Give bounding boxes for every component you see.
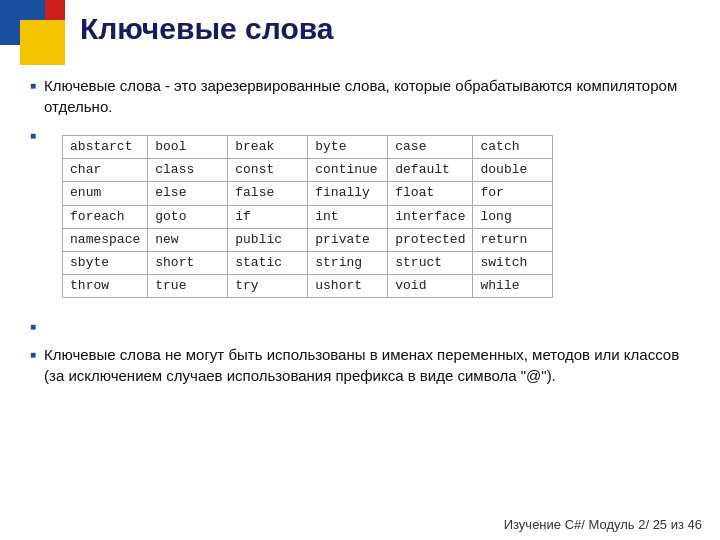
table-cell: short bbox=[148, 251, 228, 274]
table-cell: finally bbox=[308, 182, 388, 205]
table-cell: try bbox=[228, 275, 308, 298]
table-cell: sbyte bbox=[63, 251, 148, 274]
table-cell: string bbox=[308, 251, 388, 274]
bullet-text-1: Ключевые слова - это зарезервированные с… bbox=[44, 75, 690, 117]
table-cell: double bbox=[473, 159, 553, 182]
table-cell: void bbox=[388, 275, 473, 298]
table-cell: interface bbox=[388, 205, 473, 228]
table-cell: catch bbox=[473, 136, 553, 159]
logo-decoration bbox=[0, 0, 70, 70]
table-cell: byte bbox=[308, 136, 388, 159]
table-cell: switch bbox=[473, 251, 553, 274]
table-cell: bool bbox=[148, 136, 228, 159]
table-cell: case bbox=[388, 136, 473, 159]
table-cell: continue bbox=[308, 159, 388, 182]
bullet-icon-4: ■ bbox=[30, 348, 36, 362]
main-content: ■ Ключевые слова - это зарезервированные… bbox=[30, 75, 690, 510]
bullet-list: ■ Ключевые слова - это зарезервированные… bbox=[30, 75, 690, 386]
table-cell: break bbox=[228, 136, 308, 159]
table-cell: return bbox=[473, 228, 553, 251]
footer-label: Изучение C#/ Модуль 2/ 25 из 46 bbox=[504, 517, 702, 532]
table-cell: private bbox=[308, 228, 388, 251]
table-cell: throw bbox=[63, 275, 148, 298]
bullet-icon-1: ■ bbox=[30, 79, 36, 93]
table-row: abstarctboolbreakbytecasecatch bbox=[63, 136, 553, 159]
list-item-2: ■ abstarctboolbreakbytecasecatchcharclas… bbox=[30, 127, 690, 306]
list-item-1: ■ Ключевые слова - это зарезервированные… bbox=[30, 75, 690, 117]
table-row: charclassconstcontinuedefaultdouble bbox=[63, 159, 553, 182]
table-row: throwtruetryushortvoidwhile bbox=[63, 275, 553, 298]
table-cell: if bbox=[228, 205, 308, 228]
table-cell: int bbox=[308, 205, 388, 228]
table-row: namespacenewpublicprivateprotectedreturn bbox=[63, 228, 553, 251]
table-row: foreachgotoifintinterfacelong bbox=[63, 205, 553, 228]
table-cell: default bbox=[388, 159, 473, 182]
table-cell: new bbox=[148, 228, 228, 251]
table-cell: char bbox=[63, 159, 148, 182]
bullet-text-4: Ключевые слова не могут быть использован… bbox=[44, 344, 690, 386]
list-item-4: ■ Ключевые слова не могут быть использов… bbox=[30, 344, 690, 386]
table-cell: goto bbox=[148, 205, 228, 228]
table-cell: ushort bbox=[308, 275, 388, 298]
table-row: enumelsefalsefinallyfloatfor bbox=[63, 182, 553, 205]
table-cell: false bbox=[228, 182, 308, 205]
table-cell: class bbox=[148, 159, 228, 182]
table-cell: abstarct bbox=[63, 136, 148, 159]
table-cell: const bbox=[228, 159, 308, 182]
page-title: Ключевые слова bbox=[80, 12, 333, 46]
table-cell: long bbox=[473, 205, 553, 228]
bullet-icon-2: ■ bbox=[30, 129, 36, 143]
table-cell: public bbox=[228, 228, 308, 251]
table-cell: foreach bbox=[63, 205, 148, 228]
table-cell: float bbox=[388, 182, 473, 205]
table-cell: protected bbox=[388, 228, 473, 251]
table-cell: enum bbox=[63, 182, 148, 205]
table-cell: static bbox=[228, 251, 308, 274]
bullet-icon-3: ■ bbox=[30, 320, 36, 334]
table-cell: while bbox=[473, 275, 553, 298]
table-cell: else bbox=[148, 182, 228, 205]
table-cell: namespace bbox=[63, 228, 148, 251]
keywords-table: abstarctboolbreakbytecasecatchcharclassc… bbox=[62, 135, 553, 298]
sq-red bbox=[45, 0, 65, 20]
table-cell: for bbox=[473, 182, 553, 205]
list-item-3: ■ bbox=[30, 316, 690, 334]
sq-yellow bbox=[20, 20, 65, 65]
table-cell: true bbox=[148, 275, 228, 298]
table-cell: struct bbox=[388, 251, 473, 274]
table-row: sbyteshortstaticstringstructswitch bbox=[63, 251, 553, 274]
